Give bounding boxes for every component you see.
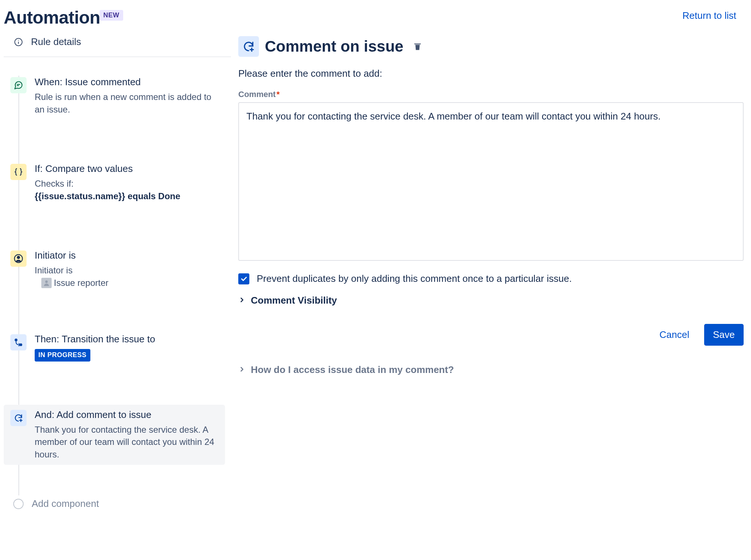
transition-arrow-icon (10, 334, 27, 350)
step-trigger[interactable]: When: Issue commented Rule is run when a… (4, 72, 231, 120)
prevent-duplicates-checkbox[interactable] (238, 273, 249, 284)
svg-point-8 (15, 339, 17, 341)
step-desc: Thank you for contacting the service des… (35, 424, 221, 461)
help-label: How do I access issue data in my comment… (251, 364, 454, 376)
add-circle-icon (13, 499, 24, 509)
refresh-add-icon (10, 410, 27, 426)
step-desc: Checks if: {{issue.status.name}} equals … (35, 177, 221, 202)
return-to-list-link[interactable]: Return to list (682, 10, 744, 21)
step-desc: Rule is run when a new comment is added … (35, 91, 221, 115)
panel-subtitle: Please enter the comment to add: (238, 68, 744, 79)
step-desc: Initiator is Issue reporter (35, 264, 221, 290)
svg-point-6 (17, 256, 20, 259)
svg-point-2 (18, 40, 19, 41)
step-desc: IN PROGRESS (35, 348, 221, 361)
step-title: When: Issue commented (35, 76, 221, 88)
comment-field-label: Comment* (238, 90, 744, 99)
add-component-label: Add component (32, 498, 99, 509)
comment-visibility-expander[interactable]: Comment Visibility (238, 295, 744, 306)
step-title: If: Compare two values (35, 163, 221, 174)
cancel-button[interactable]: Cancel (651, 324, 698, 346)
person-circle-icon (10, 250, 27, 267)
status-lozenge: IN PROGRESS (35, 349, 90, 361)
comment-visibility-label: Comment Visibility (251, 295, 337, 306)
step-title: Initiator is (35, 250, 221, 261)
save-button[interactable]: Save (704, 324, 744, 346)
delete-button[interactable] (409, 38, 426, 55)
rule-details-label: Rule details (31, 36, 81, 48)
step-condition-initiator[interactable]: Initiator is Initiator is Issue reporter (4, 245, 231, 294)
step-action-comment[interactable]: And: Add comment to issue Thank you for … (4, 405, 231, 465)
avatar-placeholder-icon (41, 278, 52, 288)
new-badge: NEW (100, 10, 123, 21)
step-title: Then: Transition the issue to (35, 333, 221, 345)
prevent-duplicates-label: Prevent duplicates by only adding this c… (257, 273, 572, 284)
panel-title: Comment on issue (265, 38, 404, 55)
add-component-button[interactable]: Add component (4, 498, 231, 509)
rule-details-row[interactable]: Rule details (4, 31, 231, 57)
help-expander[interactable]: How do I access issue data in my comment… (238, 364, 744, 376)
step-condition-compare[interactable]: If: Compare two values Checks if: {{issu… (4, 159, 231, 207)
chevron-right-icon (238, 366, 246, 374)
svg-point-7 (45, 280, 48, 283)
braces-icon (10, 164, 27, 180)
comment-bubble-icon (10, 77, 27, 93)
step-action-transition[interactable]: Then: Transition the issue to IN PROGRES… (4, 329, 231, 366)
comment-textarea[interactable] (238, 102, 744, 261)
info-icon (14, 37, 23, 47)
refresh-add-icon (238, 36, 259, 57)
step-title: And: Add comment to issue (35, 409, 221, 421)
chevron-right-icon (238, 296, 246, 305)
